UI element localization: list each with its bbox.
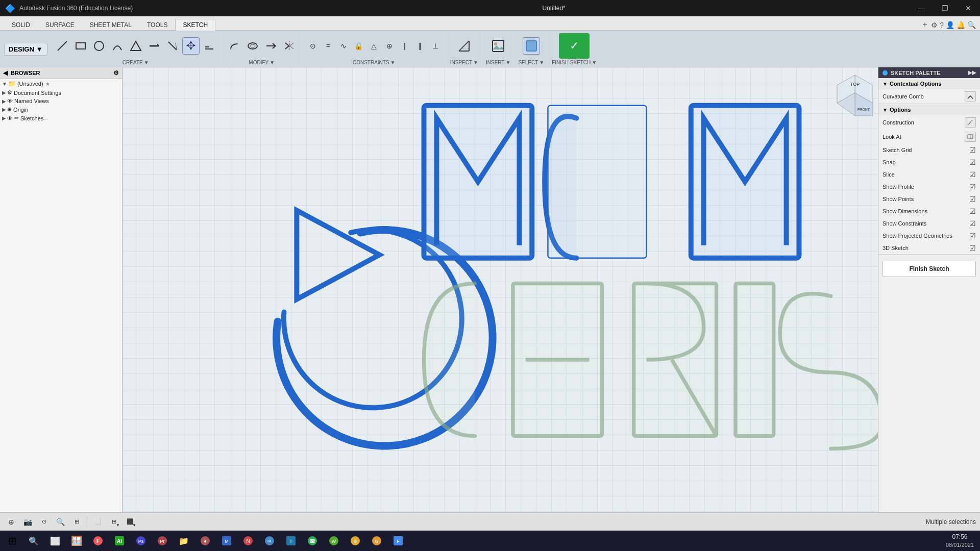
view-btn[interactable]: ⬜ xyxy=(90,515,105,529)
sketch-grid-checkbox[interactable]: ☑ xyxy=(969,146,976,154)
canvas-area[interactable]: TOP FRONT xyxy=(122,67,878,512)
taskbar-app-5[interactable]: Pr xyxy=(152,532,173,550)
angle-constraint[interactable]: △ xyxy=(367,39,381,53)
tab-surface[interactable]: SURFACE xyxy=(38,19,82,31)
triangle-tool[interactable] xyxy=(127,37,144,55)
taskbar-app-2[interactable]: F xyxy=(88,532,108,550)
notification-icon[interactable]: 🔔 xyxy=(957,21,965,29)
minimize-button[interactable]: — xyxy=(910,0,933,16)
constraints-dropdown[interactable]: ▼ xyxy=(390,60,396,65)
snap-checkbox[interactable]: ☑ xyxy=(969,158,976,166)
taskbar-app-4[interactable]: Ps xyxy=(131,532,151,550)
coincident-constraint[interactable]: ⊙ xyxy=(306,39,320,53)
taskbar-app-8[interactable]: M xyxy=(216,532,237,550)
browser-doc-settings[interactable]: ▶ ⚙ Document Settings xyxy=(0,88,122,97)
modify-active-tool[interactable] xyxy=(182,37,200,55)
sym-constraint[interactable]: | xyxy=(398,39,412,53)
line-tool[interactable] xyxy=(54,37,71,55)
tab-sketch[interactable]: SKETCH xyxy=(175,19,215,31)
search-button[interactable]: 🔍 xyxy=(23,532,44,550)
tab-sheet-metal[interactable]: SHEET METAL xyxy=(82,19,139,31)
display-btn[interactable]: ⬛▼ xyxy=(123,515,137,529)
equal-constraint[interactable]: = xyxy=(321,39,335,53)
tangent-constraint[interactable]: ∿ xyxy=(336,39,351,53)
browser-options-icon[interactable]: ⚙ xyxy=(113,69,119,77)
new-tab-button[interactable]: ＋ xyxy=(921,19,929,30)
3d-sketch-checkbox[interactable]: ☑ xyxy=(969,244,976,252)
taskbar-app-1[interactable]: 🪟 xyxy=(66,532,87,550)
offset-tool[interactable] xyxy=(244,37,261,55)
browser-collapse-icon[interactable]: ◀ xyxy=(3,69,8,77)
taskbar-app-3[interactable]: AI xyxy=(109,532,130,550)
measure-tool[interactable]: ←→ xyxy=(455,37,473,55)
camera-btn[interactable]: 📷 xyxy=(20,515,35,529)
create-dropdown[interactable]: ▼ xyxy=(144,60,149,65)
radial-constraint[interactable]: ⊕ xyxy=(382,39,397,53)
extend-tool[interactable] xyxy=(262,37,280,55)
zoom-btn[interactable]: 🔍 xyxy=(53,515,67,529)
select-dropdown[interactable]: ▼ xyxy=(539,60,544,65)
arc-tool[interactable] xyxy=(109,37,126,55)
show-constraints-checkbox[interactable]: ☑ xyxy=(969,219,976,228)
construction-icon-btn[interactable] xyxy=(965,117,976,128)
account-icon[interactable]: 👤 xyxy=(946,21,954,29)
start-button[interactable]: ⊞ xyxy=(2,532,22,550)
help-icon[interactable]: ? xyxy=(940,21,944,29)
taskbar-app-9[interactable]: N xyxy=(238,532,258,550)
taskbar-app-14[interactable]: ⊕ xyxy=(345,532,365,550)
select-button[interactable] xyxy=(523,37,540,55)
mirror-tool[interactable] xyxy=(281,37,298,55)
modify-dropdown[interactable]: ▼ xyxy=(270,60,275,65)
browser-root-item[interactable]: ▼ 📁 (Unsaved) ★ xyxy=(0,79,122,88)
taskbar-app-12[interactable]: ☎ xyxy=(302,532,323,550)
rectangle-tool[interactable] xyxy=(72,37,89,55)
slot-tool[interactable] xyxy=(145,37,163,55)
curvature-comb-icon-btn[interactable] xyxy=(965,91,976,102)
browser-named-views[interactable]: ▶ 👁 Named Views xyxy=(0,97,122,105)
tab-tools[interactable]: TOOLS xyxy=(139,19,175,31)
taskbar-app-15[interactable]: G xyxy=(366,532,387,550)
browser-origin[interactable]: ▶ ⊕ Origin xyxy=(0,105,122,114)
taskbar-app-7[interactable]: ♦ xyxy=(195,532,215,550)
more-tool[interactable] xyxy=(201,37,218,55)
settings-icon[interactable]: ⚙ xyxy=(931,21,938,29)
tab-solid[interactable]: SOLID xyxy=(4,19,38,31)
options-header[interactable]: ▼ Options xyxy=(878,104,980,115)
fix-constraint[interactable]: 🔒 xyxy=(352,39,366,53)
taskbar-app-16[interactable]: F xyxy=(388,532,408,550)
browser-sketches[interactable]: ▶ 👁 ✏ Sketches ... xyxy=(0,114,122,122)
para-constraint[interactable]: ∥ xyxy=(413,39,427,53)
contextual-options-header[interactable]: ▼ Contextual Options xyxy=(878,78,980,89)
taskbar-app-13[interactable]: W xyxy=(324,532,344,550)
perp-constraint[interactable]: ⊥ xyxy=(428,39,443,53)
search-icon[interactable]: 🔍 xyxy=(967,21,976,29)
show-profile-checkbox[interactable]: ☑ xyxy=(969,183,976,191)
restore-button[interactable]: ❐ xyxy=(933,0,957,16)
circle-tool[interactable] xyxy=(90,37,108,55)
finish-sketch-panel-btn[interactable]: Finish Sketch xyxy=(883,261,976,277)
image-tool[interactable] xyxy=(489,37,507,55)
show-projected-geo-checkbox[interactable]: ☑ xyxy=(969,232,976,240)
taskbar-app-6[interactable]: 📁 xyxy=(174,532,194,550)
finish-sketch-button[interactable]: ✓ xyxy=(559,33,590,59)
orbit-btn[interactable]: ⊕ xyxy=(4,515,18,529)
show-dimensions-checkbox[interactable]: ☑ xyxy=(969,207,976,215)
look-at-icon-btn[interactable] xyxy=(965,132,976,142)
grid-btn[interactable]: ⊞▼ xyxy=(107,515,121,529)
inspect-dropdown[interactable]: ▼ xyxy=(473,60,478,65)
finish-sketch-dropdown[interactable]: ▼ xyxy=(592,60,597,65)
slice-checkbox[interactable]: ☑ xyxy=(969,170,976,179)
show-points-checkbox[interactable]: ☑ xyxy=(969,195,976,203)
insert-dropdown[interactable]: ▼ xyxy=(505,60,510,65)
pan-btn[interactable]: ⊙ xyxy=(37,515,51,529)
fillet-tool[interactable] xyxy=(226,37,243,55)
taskbar-app-10[interactable]: ✉ xyxy=(259,532,280,550)
task-view-button[interactable]: ⬜ xyxy=(45,532,65,550)
view-cube[interactable]: TOP FRONT xyxy=(832,72,873,113)
zoom-fit-btn[interactable]: ⊞ xyxy=(69,515,84,529)
close-button[interactable]: ✕ xyxy=(957,0,980,16)
trim-tool[interactable] xyxy=(164,37,181,55)
palette-collapse-icon[interactable]: ▶▶ xyxy=(968,69,976,76)
design-button[interactable]: DESIGN ▼ xyxy=(4,43,47,56)
taskbar-app-11[interactable]: T xyxy=(281,532,301,550)
